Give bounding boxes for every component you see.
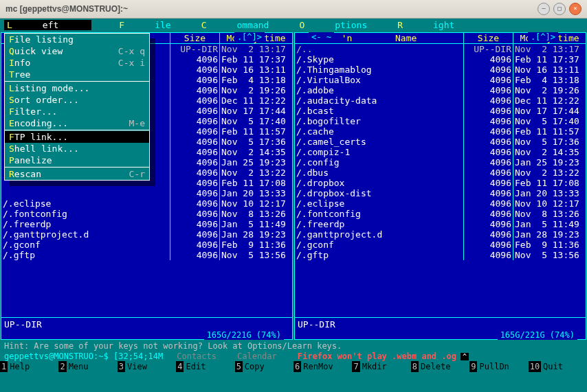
- menu-item[interactable]: Listing mode...: [5, 82, 149, 94]
- fkey-menu[interactable]: 2Menu: [58, 361, 117, 372]
- menu-item[interactable]: RescanC-r: [5, 168, 149, 180]
- fkey-pulldn[interactable]: 9PullDn: [469, 361, 528, 372]
- menu-item[interactable]: Sort order...: [5, 94, 149, 106]
- prompt-line[interactable]: geppettvs@MONSTRUO:~$ [32;54;14M Contact…: [0, 351, 587, 361]
- col-size[interactable]: Size: [464, 33, 513, 43]
- minimize-button[interactable]: –: [538, 3, 550, 15]
- right-disk-status: 165G/221G (74%): [498, 330, 577, 340]
- fkey-quit[interactable]: 10Quit: [529, 361, 587, 372]
- table-row[interactable]: /.camel_certs4096Nov 5 17:36: [295, 137, 586, 147]
- col-size[interactable]: Size: [170, 33, 220, 43]
- right-panel-header: <- ~: [309, 32, 334, 42]
- menu-item[interactable]: Shell link...: [5, 143, 149, 154]
- prompt-escape: [32;54;14M: [113, 351, 163, 361]
- right-panel-header-r: .[^]>: [528, 32, 558, 42]
- fkey-delete[interactable]: 8Delete: [411, 361, 469, 372]
- table-row[interactable]: /.compiz-14096Nov 2 14:35: [295, 147, 586, 157]
- table-row[interactable]: /.fontconfig4096Nov 8 13:26: [1, 209, 292, 219]
- function-keys: 1Help2Menu3View4Edit5Copy6RenMov7Mkdir8D…: [0, 361, 587, 372]
- fkey-mkdir[interactable]: 7Mkdir: [352, 361, 410, 372]
- menu-item[interactable]: Quick viewC-x q: [5, 45, 149, 57]
- titlebar: mc [geppettvs@MONSTRUO]:~ – □ ×: [0, 0, 587, 19]
- menu-item[interactable]: FTP link...: [5, 131, 149, 143]
- table-row[interactable]: /.audacity-data4096Dec 11 12:22: [295, 95, 586, 106]
- table-row[interactable]: 4096Jan 20 13:33: [1, 188, 292, 198]
- table-row[interactable]: /.fontconfig4096Nov 8 13:26: [295, 209, 586, 219]
- menubar[interactable]: Left File Command Options Right: [0, 19, 587, 32]
- table-row[interactable]: /.dropbox-dist4096Jan 20 13:33: [295, 188, 586, 198]
- table-row[interactable]: /.cache4096Feb 11 11:57: [295, 126, 586, 137]
- fkey-view[interactable]: 3View: [118, 361, 176, 372]
- right-panel[interactable]: <- ~ .[^]> 'n Name Size Modify time /..U…: [294, 32, 586, 340]
- right-rows[interactable]: /..UP--DIRNov 2 13:17/.Skype4096Feb 11 1…: [295, 44, 586, 317]
- caret-icon: ^: [461, 353, 469, 360]
- table-row[interactable]: /.Skype4096Feb 11 17:37: [295, 54, 586, 65]
- menu-item[interactable]: Tree: [5, 69, 149, 80]
- table-row[interactable]: /.dbus4096Nov 2 13:22: [295, 168, 586, 178]
- table-row[interactable]: /..UP--DIRNov 2 13:17: [295, 44, 586, 54]
- menu-options[interactable]: Options: [299, 20, 367, 30]
- menu-file[interactable]: File: [119, 20, 170, 30]
- fkey-help[interactable]: 1Help: [0, 361, 58, 372]
- table-row[interactable]: /.freerdp4096Jan 5 11:49: [1, 219, 292, 229]
- menu-left[interactable]: Left: [4, 20, 91, 30]
- table-row[interactable]: /.dropbox4096Feb 11 17:08: [295, 178, 586, 188]
- table-row[interactable]: /.gftp4096Nov 5 13:56: [1, 250, 292, 260]
- fkey-copy[interactable]: 5Copy: [235, 361, 294, 372]
- table-row[interactable]: /.bcast4096Nov 17 17:44: [295, 106, 586, 116]
- table-row[interactable]: /.VirtualBox4096Feb 4 13:18: [295, 75, 586, 85]
- ghost-contacts: Contacts: [177, 351, 217, 361]
- menu-item[interactable]: InfoC-x i: [5, 57, 149, 69]
- prompt-user: geppettvs@MONSTRUO:~$: [4, 351, 109, 361]
- table-row[interactable]: /.adobe4096Nov 2 19:26: [295, 85, 586, 95]
- menu-right[interactable]: Right: [397, 20, 454, 30]
- window-title: mc [geppettvs@MONSTRUO]:~: [5, 4, 534, 14]
- menu-item[interactable]: Panelize: [5, 154, 149, 166]
- ghost-firefox: Firefox won't play .webm and .og: [298, 351, 456, 361]
- table-row[interactable]: /.ganttproject.d4096Jan 28 19:23: [295, 229, 586, 240]
- table-row[interactable]: /.bogofilter4096Nov 5 17:40: [295, 116, 586, 126]
- table-row[interactable]: /.gconf4096Feb 9 11:36: [295, 240, 586, 250]
- table-row[interactable]: /.ganttproject.d4096Jan 28 19:23: [1, 229, 292, 240]
- table-row[interactable]: /.gftp4096Nov 5 13:56: [295, 250, 586, 260]
- hint-line: Hint: Are some of your keys not working?…: [0, 341, 587, 351]
- close-button[interactable]: ×: [569, 3, 582, 15]
- menu-item[interactable]: File listing: [5, 34, 149, 45]
- menu-command[interactable]: Command: [201, 20, 269, 30]
- menu-item[interactable]: Encoding...M-e: [5, 117, 149, 129]
- table-row[interactable]: /.gconf4096Feb 9 11:36: [1, 240, 292, 250]
- table-row[interactable]: /.eclipse4096Nov 10 12:17: [295, 198, 586, 209]
- left-disk-status: 165G/221G (74%): [204, 330, 284, 340]
- table-row[interactable]: /.eclipse4096Nov 10 12:17: [1, 198, 292, 209]
- table-row[interactable]: /.Thingamablog4096Nov 16 13:11: [295, 65, 586, 75]
- maximize-button[interactable]: □: [553, 3, 566, 15]
- ghost-calendar: Calendar: [237, 351, 277, 361]
- menu-item[interactable]: Filter...: [5, 106, 149, 117]
- fkey-renmov[interactable]: 6RenMov: [294, 361, 352, 372]
- table-row[interactable]: /.freerdp4096Jan 5 11:49: [295, 219, 586, 229]
- left-panel-header: .[^]>: [234, 32, 265, 42]
- table-row[interactable]: /.config4096Jan 25 19:23: [295, 157, 586, 168]
- fkey-edit[interactable]: 4Edit: [176, 361, 234, 372]
- left-dropdown: File listingQuick viewC-x qInfoC-x iTree…: [4, 33, 150, 181]
- terminal: Left File Command Options Right File lis…: [0, 19, 587, 392]
